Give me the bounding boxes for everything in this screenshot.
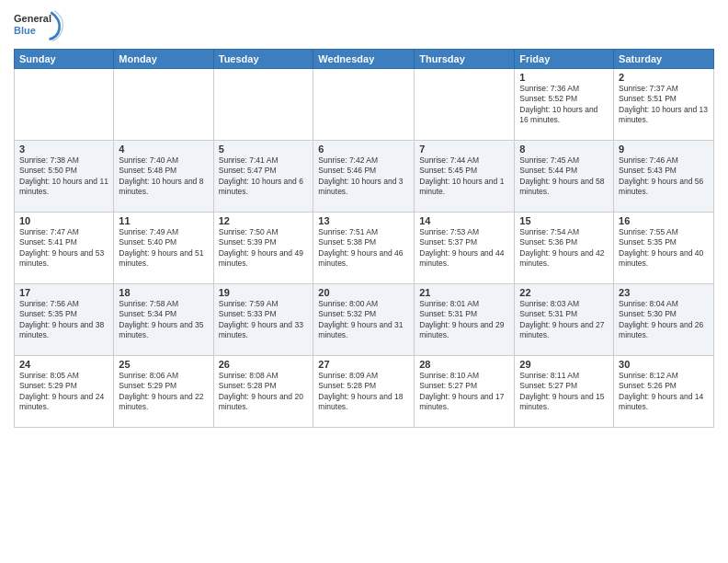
day-number: 11 xyxy=(119,215,208,226)
day-info: Sunrise: 7:42 AM Sunset: 5:46 PM Dayligh… xyxy=(318,155,409,198)
calendar-week-4: 17Sunrise: 7:56 AM Sunset: 5:35 PM Dayli… xyxy=(15,284,714,356)
col-header-saturday: Saturday xyxy=(614,50,714,69)
day-info: Sunrise: 7:56 AM Sunset: 5:35 PM Dayligh… xyxy=(19,299,108,341)
day-info: Sunrise: 7:55 AM Sunset: 5:35 PM Dayligh… xyxy=(619,227,709,270)
calendar-cell: 16Sunrise: 7:55 AM Sunset: 5:35 PM Dayli… xyxy=(614,213,714,284)
day-info: Sunrise: 7:41 AM Sunset: 5:47 PM Dayligh… xyxy=(219,155,309,198)
day-info: Sunrise: 7:50 AM Sunset: 5:39 PM Dayligh… xyxy=(219,227,309,270)
calendar-cell xyxy=(114,69,213,141)
calendar-week-1: 1Sunrise: 7:36 AM Sunset: 5:52 PM Daylig… xyxy=(15,69,714,141)
day-info: Sunrise: 8:10 AM Sunset: 5:27 PM Dayligh… xyxy=(419,371,509,413)
day-info: Sunrise: 7:37 AM Sunset: 5:51 PM Dayligh… xyxy=(619,84,709,126)
col-header-thursday: Thursday xyxy=(415,50,515,69)
calendar-cell: 2Sunrise: 7:37 AM Sunset: 5:51 PM Daylig… xyxy=(614,69,714,141)
calendar-cell xyxy=(415,69,515,141)
calendar-cell: 26Sunrise: 8:08 AM Sunset: 5:28 PM Dayli… xyxy=(213,356,313,428)
calendar-cell: 17Sunrise: 7:56 AM Sunset: 5:35 PM Dayli… xyxy=(15,284,114,356)
calendar-cell: 14Sunrise: 7:53 AM Sunset: 5:37 PM Dayli… xyxy=(415,213,515,284)
calendar-cell: 4Sunrise: 7:40 AM Sunset: 5:48 PM Daylig… xyxy=(114,141,213,213)
col-header-sunday: Sunday xyxy=(15,50,114,69)
day-number: 24 xyxy=(19,359,108,370)
day-info: Sunrise: 8:11 AM Sunset: 5:27 PM Dayligh… xyxy=(519,371,609,413)
calendar-cell xyxy=(213,69,313,141)
logo: GeneralBlue xyxy=(14,9,64,41)
day-info: Sunrise: 8:09 AM Sunset: 5:28 PM Dayligh… xyxy=(318,371,409,413)
day-info: Sunrise: 7:58 AM Sunset: 5:34 PM Dayligh… xyxy=(119,299,208,341)
calendar-cell: 27Sunrise: 8:09 AM Sunset: 5:28 PM Dayli… xyxy=(313,356,415,428)
day-info: Sunrise: 7:53 AM Sunset: 5:37 PM Dayligh… xyxy=(419,227,509,270)
calendar-cell: 21Sunrise: 8:01 AM Sunset: 5:31 PM Dayli… xyxy=(415,284,515,356)
svg-text:Blue: Blue xyxy=(14,25,36,36)
calendar-cell: 24Sunrise: 8:05 AM Sunset: 5:29 PM Dayli… xyxy=(15,356,114,428)
calendar-table: SundayMondayTuesdayWednesdayThursdayFrid… xyxy=(14,49,714,428)
calendar-cell: 10Sunrise: 7:47 AM Sunset: 5:41 PM Dayli… xyxy=(15,213,114,284)
day-number: 18 xyxy=(119,287,208,298)
calendar-cell: 30Sunrise: 8:12 AM Sunset: 5:26 PM Dayli… xyxy=(614,356,714,428)
day-number: 7 xyxy=(419,144,509,155)
day-info: Sunrise: 7:38 AM Sunset: 5:50 PM Dayligh… xyxy=(19,155,108,198)
calendar-cell: 28Sunrise: 8:10 AM Sunset: 5:27 PM Dayli… xyxy=(415,356,515,428)
day-number: 12 xyxy=(219,215,309,226)
day-info: Sunrise: 8:08 AM Sunset: 5:28 PM Dayligh… xyxy=(219,371,309,413)
day-info: Sunrise: 7:47 AM Sunset: 5:41 PM Dayligh… xyxy=(19,227,108,270)
day-number: 4 xyxy=(119,144,208,155)
day-info: Sunrise: 7:54 AM Sunset: 5:36 PM Dayligh… xyxy=(519,227,609,270)
calendar-week-5: 24Sunrise: 8:05 AM Sunset: 5:29 PM Dayli… xyxy=(15,356,714,428)
day-number: 17 xyxy=(19,287,108,298)
day-number: 20 xyxy=(318,287,409,298)
calendar-cell xyxy=(313,69,415,141)
calendar-cell: 23Sunrise: 8:04 AM Sunset: 5:30 PM Dayli… xyxy=(614,284,714,356)
calendar-cell: 20Sunrise: 8:00 AM Sunset: 5:32 PM Dayli… xyxy=(313,284,415,356)
day-number: 22 xyxy=(519,287,609,298)
calendar-cell: 12Sunrise: 7:50 AM Sunset: 5:39 PM Dayli… xyxy=(213,213,313,284)
day-number: 5 xyxy=(219,144,309,155)
col-header-wednesday: Wednesday xyxy=(313,50,415,69)
day-info: Sunrise: 8:04 AM Sunset: 5:30 PM Dayligh… xyxy=(619,299,709,341)
calendar-cell: 8Sunrise: 7:45 AM Sunset: 5:44 PM Daylig… xyxy=(515,141,614,213)
col-header-tuesday: Tuesday xyxy=(213,50,313,69)
calendar-cell: 15Sunrise: 7:54 AM Sunset: 5:36 PM Dayli… xyxy=(515,213,614,284)
day-number: 15 xyxy=(519,215,609,226)
day-number: 1 xyxy=(519,72,609,83)
day-number: 30 xyxy=(619,359,709,370)
day-number: 2 xyxy=(619,72,709,83)
logo-icon: GeneralBlue xyxy=(14,9,64,41)
day-number: 9 xyxy=(619,144,709,155)
day-info: Sunrise: 7:45 AM Sunset: 5:44 PM Dayligh… xyxy=(519,155,609,198)
header: GeneralBlue xyxy=(14,9,714,41)
calendar-cell: 7Sunrise: 7:44 AM Sunset: 5:45 PM Daylig… xyxy=(415,141,515,213)
day-number: 27 xyxy=(318,359,409,370)
calendar-cell: 29Sunrise: 8:11 AM Sunset: 5:27 PM Dayli… xyxy=(515,356,614,428)
day-info: Sunrise: 8:01 AM Sunset: 5:31 PM Dayligh… xyxy=(419,299,509,341)
page: GeneralBlue SundayMondayTuesdayWednesday… xyxy=(0,0,728,563)
calendar-cell: 1Sunrise: 7:36 AM Sunset: 5:52 PM Daylig… xyxy=(515,69,614,141)
calendar-cell: 22Sunrise: 8:03 AM Sunset: 5:31 PM Dayli… xyxy=(515,284,614,356)
day-number: 29 xyxy=(519,359,609,370)
calendar-cell: 11Sunrise: 7:49 AM Sunset: 5:40 PM Dayli… xyxy=(114,213,213,284)
day-info: Sunrise: 7:49 AM Sunset: 5:40 PM Dayligh… xyxy=(119,227,208,270)
calendar-cell: 9Sunrise: 7:46 AM Sunset: 5:43 PM Daylig… xyxy=(614,141,714,213)
day-number: 19 xyxy=(219,287,309,298)
day-number: 26 xyxy=(219,359,309,370)
calendar-cell: 3Sunrise: 7:38 AM Sunset: 5:50 PM Daylig… xyxy=(15,141,114,213)
calendar-cell: 5Sunrise: 7:41 AM Sunset: 5:47 PM Daylig… xyxy=(213,141,313,213)
calendar-cell: 6Sunrise: 7:42 AM Sunset: 5:46 PM Daylig… xyxy=(313,141,415,213)
day-number: 13 xyxy=(318,215,409,226)
col-header-monday: Monday xyxy=(114,50,213,69)
day-info: Sunrise: 7:51 AM Sunset: 5:38 PM Dayligh… xyxy=(318,227,409,270)
day-info: Sunrise: 7:40 AM Sunset: 5:48 PM Dayligh… xyxy=(119,155,208,198)
calendar-cell: 19Sunrise: 7:59 AM Sunset: 5:33 PM Dayli… xyxy=(213,284,313,356)
calendar-cell: 25Sunrise: 8:06 AM Sunset: 5:29 PM Dayli… xyxy=(114,356,213,428)
day-number: 28 xyxy=(419,359,509,370)
day-info: Sunrise: 7:46 AM Sunset: 5:43 PM Dayligh… xyxy=(619,155,709,198)
day-info: Sunrise: 8:03 AM Sunset: 5:31 PM Dayligh… xyxy=(519,299,609,341)
calendar-week-3: 10Sunrise: 7:47 AM Sunset: 5:41 PM Dayli… xyxy=(15,213,714,284)
day-info: Sunrise: 8:06 AM Sunset: 5:29 PM Dayligh… xyxy=(119,371,208,413)
day-info: Sunrise: 7:36 AM Sunset: 5:52 PM Dayligh… xyxy=(519,84,609,126)
day-number: 16 xyxy=(619,215,709,226)
calendar-week-2: 3Sunrise: 7:38 AM Sunset: 5:50 PM Daylig… xyxy=(15,141,714,213)
calendar-cell: 13Sunrise: 7:51 AM Sunset: 5:38 PM Dayli… xyxy=(313,213,415,284)
day-info: Sunrise: 7:59 AM Sunset: 5:33 PM Dayligh… xyxy=(219,299,309,341)
svg-text:General: General xyxy=(14,13,51,24)
day-number: 6 xyxy=(318,144,409,155)
